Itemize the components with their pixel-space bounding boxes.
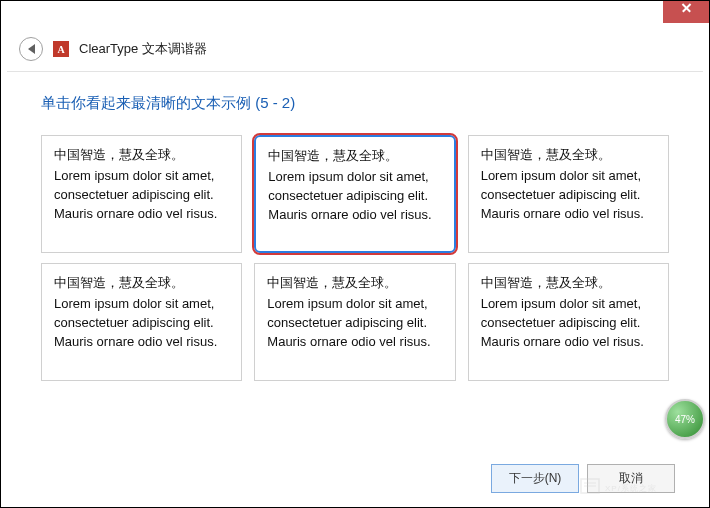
next-button[interactable]: 下一步(N): [491, 464, 579, 493]
instruction-text: 单击你看起来最清晰的文本示例 (5 - 2): [41, 94, 669, 113]
text-sample-4[interactable]: 中国智造，慧及全球。Lorem ipsum dolor sit amet, co…: [41, 263, 242, 381]
content-area: 单击你看起来最清晰的文本示例 (5 - 2) 中国智造，慧及全球。Lorem i…: [1, 72, 709, 391]
sample-text-latin: Lorem ipsum dolor sit amet, consectetuer…: [481, 167, 656, 224]
text-sample-3[interactable]: 中国智造，慧及全球。Lorem ipsum dolor sit amet, co…: [468, 135, 669, 253]
text-sample-5[interactable]: 中国智造，慧及全球。Lorem ipsum dolor sit amet, co…: [254, 263, 455, 381]
sample-text-cn: 中国智造，慧及全球。: [267, 274, 442, 293]
text-sample-1[interactable]: 中国智造，慧及全球。Lorem ipsum dolor sit amet, co…: [41, 135, 242, 253]
close-button[interactable]: [663, 1, 709, 23]
sample-text-cn: 中国智造，慧及全球。: [54, 146, 229, 165]
text-sample-6[interactable]: 中国智造，慧及全球。Lorem ipsum dolor sit amet, co…: [468, 263, 669, 381]
back-arrow-icon: [28, 44, 35, 54]
sample-text-cn: 中国智造，慧及全球。: [481, 274, 656, 293]
close-icon: [681, 7, 691, 17]
app-icon: A: [53, 41, 69, 57]
text-sample-2[interactable]: 中国智造，慧及全球。Lorem ipsum dolor sit amet, co…: [254, 135, 455, 253]
titlebar: [1, 1, 709, 33]
sample-text-cn: 中国智造，慧及全球。: [54, 274, 229, 293]
sample-text-latin: Lorem ipsum dolor sit amet, consectetuer…: [268, 168, 441, 225]
header: A ClearType 文本调谐器: [1, 33, 709, 71]
sample-text-latin: Lorem ipsum dolor sit amet, consectetuer…: [267, 295, 442, 352]
footer-buttons: 下一步(N) 取消: [491, 464, 675, 493]
window-title: ClearType 文本调谐器: [79, 40, 207, 58]
back-button[interactable]: [19, 37, 43, 61]
sample-text-latin: Lorem ipsum dolor sit amet, consectetuer…: [54, 167, 229, 224]
sample-text-cn: 中国智造，慧及全球。: [268, 147, 441, 166]
cancel-button[interactable]: 取消: [587, 464, 675, 493]
sample-grid: 中国智造，慧及全球。Lorem ipsum dolor sit amet, co…: [41, 135, 669, 381]
sample-text-latin: Lorem ipsum dolor sit amet, consectetuer…: [54, 295, 229, 352]
sample-text-latin: Lorem ipsum dolor sit amet, consectetuer…: [481, 295, 656, 352]
progress-badge: 47%: [665, 399, 705, 439]
sample-text-cn: 中国智造，慧及全球。: [481, 146, 656, 165]
